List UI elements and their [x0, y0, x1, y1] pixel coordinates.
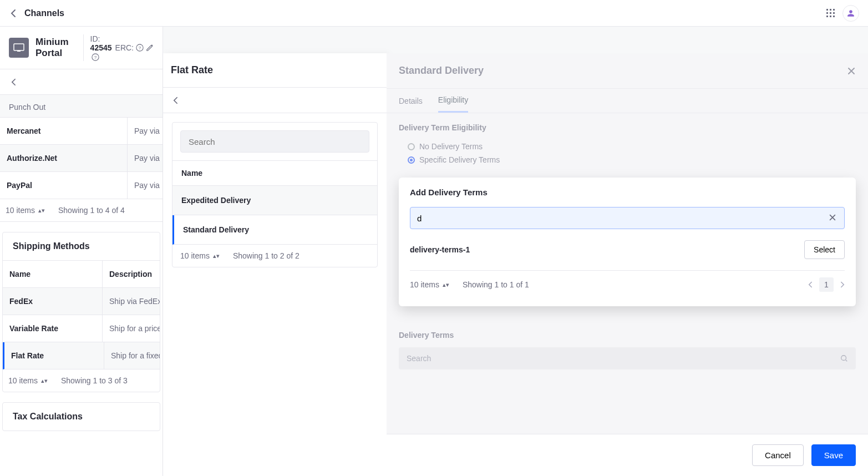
eligibility-title: Delivery Term Eligibility — [399, 113, 856, 140]
showing-text: Showing 1 to 2 of 2 — [233, 251, 300, 260]
save-button[interactable]: Save — [811, 444, 856, 466]
list-item[interactable]: Standard Delivery — [172, 215, 377, 245]
id-value: 42545 — [90, 43, 112, 52]
sort-icon[interactable]: ▴▾ — [443, 281, 449, 288]
close-icon[interactable] — [847, 67, 856, 75]
channel-name: Minium Portal — [35, 37, 74, 59]
row-desc: Ship via FedEx c — [103, 288, 160, 315]
page-title: Channels — [24, 8, 64, 18]
svg-rect-9 — [14, 44, 24, 50]
punch-out-label: Punch Out — [0, 95, 163, 118]
svg-rect-8 — [833, 16, 835, 17]
row-desc: Pay via — [128, 145, 163, 171]
tax-calculations-title: Tax Calculations — [3, 403, 160, 431]
panel-title: Flat Rate — [163, 53, 387, 88]
table-row[interactable]: PayPal Pay via — [0, 172, 163, 199]
row-name: PayPal — [0, 172, 128, 199]
row-desc: Ship for a price — [103, 315, 160, 342]
row-name: Variable Rate — [3, 315, 103, 342]
svg-rect-7 — [830, 16, 831, 17]
svg-rect-0 — [826, 9, 828, 11]
drawer-title: Standard Delivery — [399, 65, 484, 77]
drawer: Standard Delivery Details Eligibility De… — [387, 53, 868, 476]
table-row[interactable]: Flat Rate Ship for a fixed — [3, 342, 160, 369]
svg-point-15 — [841, 356, 846, 361]
user-avatar[interactable] — [842, 5, 859, 22]
topbar: Channels — [0, 0, 868, 27]
radio-label: No Delivery Terms — [419, 142, 483, 151]
svg-rect-5 — [833, 12, 835, 14]
select-button[interactable]: Select — [804, 240, 845, 259]
search-input[interactable] — [180, 130, 369, 153]
items-count[interactable]: 10 items — [410, 280, 439, 289]
id-label: ID: — [90, 34, 100, 43]
items-count[interactable]: 10 items — [6, 206, 35, 215]
radio-specific-terms[interactable]: Specific Delivery Terms — [399, 153, 856, 166]
svg-rect-1 — [830, 9, 831, 11]
sort-icon[interactable]: ▴▾ — [38, 207, 45, 214]
sort-icon[interactable]: ▴▾ — [213, 252, 220, 260]
svg-text:?: ? — [94, 55, 97, 60]
channel-icon — [9, 38, 29, 58]
col-description: Description — [103, 261, 160, 287]
next-page-icon[interactable] — [840, 281, 845, 288]
erc-label: ERC: — [115, 43, 134, 52]
cancel-button[interactable]: Cancel — [752, 444, 804, 466]
pencil-icon[interactable] — [146, 44, 154, 52]
radio-icon — [408, 143, 415, 150]
delivery-terms-search-input[interactable] — [417, 214, 829, 223]
add-delivery-terms-popup: Add Delivery Terms delivery-terms-1 Sele… — [399, 178, 856, 306]
delivery-terms-title: Delivery Terms — [399, 317, 856, 347]
svg-text:?: ? — [139, 45, 141, 50]
svg-rect-2 — [833, 9, 835, 11]
apps-grid-icon[interactable] — [826, 8, 836, 18]
showing-text: Showing 1 to 1 of 1 — [463, 280, 529, 289]
row-desc: Ship for a fixed — [104, 342, 160, 369]
svg-rect-4 — [830, 12, 831, 14]
row-desc: Pay via — [128, 172, 163, 199]
list-item[interactable]: Expedited Delivery — [172, 186, 377, 215]
search-placeholder: Search — [407, 354, 431, 363]
table-row[interactable]: FedEx Ship via FedEx c — [3, 288, 160, 315]
back-chevron-icon[interactable] — [9, 9, 18, 18]
svg-rect-3 — [826, 12, 828, 14]
sort-icon[interactable]: ▴▾ — [41, 377, 48, 384]
row-name: Flat Rate — [4, 342, 104, 369]
col-name: Name — [3, 261, 103, 287]
row-desc: Pay via — [128, 118, 163, 144]
popup-title: Add Delivery Terms — [399, 178, 856, 207]
search-icon — [840, 355, 848, 362]
row-name: Authorize.Net — [0, 145, 128, 171]
id-help-icon[interactable]: ? — [92, 53, 99, 61]
table-row[interactable]: Variable Rate Ship for a price — [3, 315, 160, 342]
radio-icon — [408, 156, 415, 164]
row-name: Mercanet — [0, 118, 128, 144]
result-label: delivery-terms-1 — [410, 245, 470, 254]
table-row[interactable]: Mercanet Pay via — [0, 118, 163, 145]
flat-rate-panel: Flat Rate Name Expedited Delivery Standa… — [163, 53, 387, 476]
erc-help-icon[interactable]: ? — [136, 44, 144, 52]
sidebar-back-icon[interactable] — [9, 78, 18, 87]
tab-details[interactable]: Details — [399, 89, 423, 113]
tab-eligibility[interactable]: Eligibility — [438, 89, 468, 113]
items-count[interactable]: 10 items — [180, 251, 210, 260]
showing-text: Showing 1 to 4 of 4 — [58, 206, 125, 215]
page-number[interactable]: 1 — [819, 277, 834, 292]
radio-label: Specific Delivery Terms — [419, 155, 500, 164]
left-sidebar: Minium Portal ID: 42545 ? ERC: ? — [0, 27, 163, 476]
list-head-name: Name — [172, 160, 377, 186]
shipping-methods-title: Shipping Methods — [3, 232, 160, 260]
showing-text: Showing 1 to 3 of 3 — [61, 376, 128, 385]
prev-page-icon[interactable] — [808, 281, 813, 288]
clear-search-icon[interactable] — [829, 214, 837, 222]
delivery-terms-search[interactable]: Search — [399, 347, 856, 369]
table-row[interactable]: Authorize.Net Pay via — [0, 145, 163, 172]
row-name: FedEx — [3, 288, 103, 315]
panel-back-icon[interactable] — [171, 96, 180, 105]
svg-rect-10 — [17, 50, 21, 52]
radio-no-terms[interactable]: No Delivery Terms — [399, 140, 856, 153]
svg-rect-6 — [826, 16, 828, 17]
items-count[interactable]: 10 items — [8, 376, 38, 385]
